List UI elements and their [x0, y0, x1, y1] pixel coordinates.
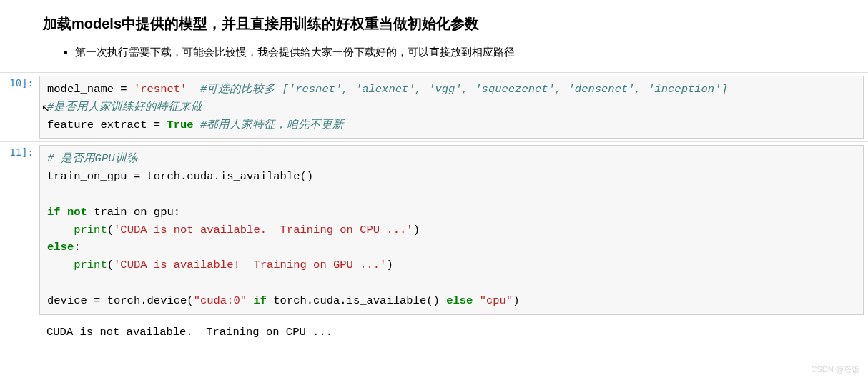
code-cell-11: 11]: # 是否用GPU训练 train_on_gpu = torch.cud…	[0, 141, 868, 346]
bullet-list: 第一次执行需要下载，可能会比较慢，我会提供给大家一份下载好的，可以直接放到相应路…	[43, 42, 825, 61]
heading: 加载models中提供的模型，并且直接用训练的好权重当做初始化参数	[43, 14, 825, 34]
code-output-area: CUDA is not available. Training on CPU .…	[39, 319, 864, 346]
input-prompt: 10]:	[0, 73, 39, 141]
code-content: model_name = 'resnet' #可选的比较多 ['resnet',…	[47, 81, 856, 134]
output-text: CUDA is not available. Training on CPU .…	[46, 324, 857, 341]
input-prompt: 11]:	[0, 142, 39, 346]
code-cell-10: 10]: model_name = 'resnet' #可选的比较多 ['res…	[0, 72, 868, 141]
code-input-area[interactable]: model_name = 'resnet' #可选的比较多 ['resnet',…	[39, 76, 864, 139]
markdown-cell: 加载models中提供的模型，并且直接用训练的好权重当做初始化参数 第一次执行需…	[0, 0, 868, 72]
code-content: # 是否用GPU训练 train_on_gpu = torch.cuda.is_…	[47, 150, 856, 309]
code-input-area[interactable]: # 是否用GPU训练 train_on_gpu = torch.cuda.is_…	[39, 145, 864, 314]
bullet-item: 第一次执行需要下载，可能会比较慢，我会提供给大家一份下载好的，可以直接放到相应路…	[75, 42, 825, 61]
